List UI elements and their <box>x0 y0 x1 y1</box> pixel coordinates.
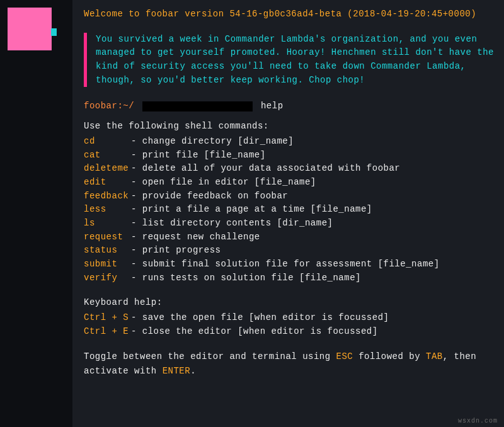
dash: - <box>131 191 142 201</box>
dash: - <box>131 245 142 255</box>
key-tab: TAB <box>426 351 443 362</box>
command-desc: list directory contents [dir_name] <box>142 218 333 228</box>
command-row: submit- submit final solution file for a… <box>84 258 498 271</box>
keyboard-row: Ctrl + S- save the open file [when edito… <box>84 311 498 325</box>
typed-command: help <box>261 101 284 111</box>
keyboard-shortcut: Ctrl + S <box>84 311 131 325</box>
keyboard-desc: save the open file [when editor is focus… <box>142 312 389 322</box>
toggle-text: . <box>190 366 196 376</box>
command-desc: change directory [dir_name] <box>142 136 294 146</box>
command-desc: print a file a page at a time [file_name… <box>142 204 372 214</box>
redacted-path <box>142 101 253 111</box>
command-name: submit <box>84 258 131 271</box>
command-desc: print progress <box>142 245 221 255</box>
dash: - <box>131 312 142 322</box>
command-desc: open file in editor [file_name] <box>142 177 316 187</box>
command-desc: submit final solution file for assessmen… <box>142 259 440 269</box>
command-row: deleteme- delete all of your data associ… <box>84 162 498 176</box>
command-name: cd <box>84 135 131 149</box>
command-row: feedback- provide feedback on foobar <box>84 190 498 203</box>
command-row: ls- list directory contents [dir_name] <box>84 217 498 231</box>
command-row: status- print progress <box>84 244 498 258</box>
command-name: feedback <box>84 190 131 203</box>
avatar <box>8 8 52 50</box>
command-desc: print file [file_name] <box>142 150 266 160</box>
command-desc: delete all of your data associated with … <box>142 163 400 173</box>
dash: - <box>131 177 142 187</box>
shell-prompt: foobar:~/ <box>84 101 134 111</box>
keyboard-row: Ctrl + E- close the editor [when editor … <box>84 325 498 339</box>
dash: - <box>131 150 142 160</box>
key-esc: ESC <box>336 351 353 362</box>
command-row: cat- print file [file_name] <box>84 149 498 162</box>
help-intro: Use the following shell commands: <box>84 120 498 134</box>
terminal[interactable]: Welcome to foobar version 54-16-gb0c36ad… <box>72 0 504 427</box>
command-row: cd- change directory [dir_name] <box>84 135 498 149</box>
toggle-text: followed by <box>353 351 426 362</box>
dash: - <box>131 218 142 228</box>
dash: - <box>131 259 142 269</box>
keyboard-desc: close the editor [when editor is focusse… <box>142 326 378 336</box>
command-row: less- print a file a page at a time [fil… <box>84 203 498 217</box>
command-row: edit- open file in editor [file_name] <box>84 176 498 190</box>
commands-list: cd- change directory [dir_name]cat- prin… <box>84 135 498 285</box>
command-desc: provide feedback on foobar <box>142 191 288 201</box>
command-name: request <box>84 231 131 244</box>
command-name: verify <box>84 271 131 285</box>
dash: - <box>131 232 142 242</box>
keyboard-list: Ctrl + S- save the open file [when edito… <box>84 311 498 338</box>
command-name: status <box>84 244 131 258</box>
key-enter: ENTER <box>163 366 191 376</box>
welcome-line: Welcome to foobar version 54-16-gb0c36ad… <box>84 8 498 21</box>
command-row: request- request new challenge <box>84 231 498 244</box>
keyboard-shortcut: Ctrl + E <box>84 325 131 339</box>
dash: - <box>131 326 142 336</box>
command-desc: runs tests on solution file [file_name] <box>142 273 361 283</box>
toggle-instructions: Toggle between the editor and terminal u… <box>84 350 498 378</box>
story-quote: You survived a week in Commander Lambda'… <box>84 33 498 88</box>
command-name: deleteme <box>84 162 131 176</box>
dash: - <box>131 204 142 214</box>
toggle-text: Toggle between the editor and terminal u… <box>84 351 336 362</box>
command-row: verify- runs tests on solution file [fil… <box>84 271 498 285</box>
dash: - <box>131 136 142 146</box>
dash: - <box>131 163 142 173</box>
command-name: ls <box>84 217 131 231</box>
prompt-line: foobar:~/ help <box>84 100 498 113</box>
dash: - <box>131 273 142 283</box>
command-name: cat <box>84 149 131 162</box>
watermark: wsxdn.com <box>458 418 498 424</box>
command-name: edit <box>84 176 131 190</box>
sidebar <box>0 0 72 427</box>
keyboard-help-title: Keyboard help: <box>84 296 498 310</box>
command-name: less <box>84 203 131 217</box>
command-desc: request new challenge <box>142 232 260 242</box>
